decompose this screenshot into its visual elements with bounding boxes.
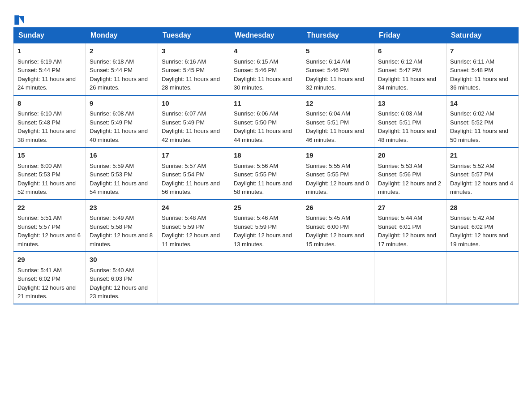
sunrise-text: Sunrise: 6:15 AM <box>234 58 278 65</box>
daylight-text: Daylight: 12 hours and 6 minutes. <box>17 232 81 248</box>
sunrise-text: Sunrise: 5:59 AM <box>90 163 134 169</box>
day-header-friday: Friday <box>374 28 446 43</box>
day-number: 11 <box>234 98 298 109</box>
calendar-cell: 25Sunrise: 5:46 AMSunset: 5:59 PMDayligh… <box>230 200 302 252</box>
sunrise-text: Sunrise: 6:08 AM <box>90 110 134 117</box>
sunset-text: Sunset: 6:00 PM <box>306 223 349 230</box>
sunset-text: Sunset: 5:57 PM <box>17 223 60 230</box>
calendar-cell: 29Sunrise: 5:41 AMSunset: 6:02 PMDayligh… <box>14 252 86 304</box>
sunrise-text: Sunrise: 6:07 AM <box>162 110 206 117</box>
daylight-text: Daylight: 11 hours and 40 minutes. <box>90 128 148 143</box>
daylight-text: Daylight: 11 hours and 58 minutes. <box>234 180 292 196</box>
daylight-text: Daylight: 11 hours and 46 minutes. <box>306 128 364 143</box>
calendar-cell: 17Sunrise: 5:57 AMSunset: 5:54 PMDayligh… <box>158 147 230 200</box>
sunset-text: Sunset: 5:44 PM <box>17 67 60 73</box>
sunrise-text: Sunrise: 6:03 AM <box>378 110 422 117</box>
daylight-text: Daylight: 12 hours and 19 minutes. <box>450 232 508 248</box>
daylight-text: Daylight: 11 hours and 32 minutes. <box>306 76 364 91</box>
sunset-text: Sunset: 5:58 PM <box>90 223 133 230</box>
sunrise-text: Sunrise: 6:19 AM <box>17 58 62 65</box>
daylight-text: Daylight: 11 hours and 48 minutes. <box>378 128 436 143</box>
calendar-cell: 9Sunrise: 6:08 AMSunset: 5:49 PMDaylight… <box>86 95 158 148</box>
day-number: 5 <box>306 46 370 56</box>
sunset-text: Sunset: 5:59 PM <box>234 223 277 230</box>
calendar-cell: 10Sunrise: 6:07 AMSunset: 5:49 PMDayligh… <box>158 95 230 148</box>
day-number: 7 <box>450 46 515 56</box>
sunset-text: Sunset: 5:46 PM <box>306 67 349 73</box>
sunset-text: Sunset: 5:54 PM <box>162 171 205 178</box>
sunset-text: Sunset: 5:50 PM <box>234 119 277 126</box>
sunrise-text: Sunrise: 6:02 AM <box>450 110 494 117</box>
calendar-cell <box>302 252 374 304</box>
sunset-text: Sunset: 6:02 PM <box>450 223 493 230</box>
header-area: ▮ <box>13 9 519 23</box>
sunset-text: Sunset: 5:51 PM <box>378 119 421 126</box>
daylight-text: Daylight: 12 hours and 21 minutes. <box>17 284 76 300</box>
day-number: 25 <box>234 203 298 213</box>
daylight-text: Daylight: 11 hours and 30 minutes. <box>234 76 292 91</box>
daylight-text: Daylight: 12 hours and 2 minutes. <box>378 180 441 196</box>
day-header-tuesday: Tuesday <box>158 28 230 43</box>
sunrise-text: Sunrise: 6:12 AM <box>378 58 422 65</box>
daylight-text: Daylight: 12 hours and 23 minutes. <box>90 284 148 300</box>
day-number: 12 <box>306 98 370 109</box>
calendar-cell: 5Sunrise: 6:14 AMSunset: 5:46 PMDaylight… <box>302 43 374 95</box>
calendar-cell: 14Sunrise: 6:02 AMSunset: 5:52 PMDayligh… <box>446 95 519 148</box>
day-number: 3 <box>162 46 226 56</box>
sunrise-text: Sunrise: 5:48 AM <box>162 214 206 221</box>
calendar-cell: 28Sunrise: 5:42 AMSunset: 6:02 PMDayligh… <box>446 200 519 252</box>
calendar-cell: 1Sunrise: 6:19 AMSunset: 5:44 PMDaylight… <box>14 43 86 95</box>
day-number: 2 <box>90 46 154 56</box>
day-number: 29 <box>17 255 82 265</box>
sunrise-text: Sunrise: 5:46 AM <box>234 214 278 221</box>
daylight-text: Daylight: 12 hours and 0 minutes. <box>306 180 369 196</box>
calendar-cell: 6Sunrise: 6:12 AMSunset: 5:47 PMDaylight… <box>374 43 446 95</box>
day-header-saturday: Saturday <box>446 28 519 43</box>
calendar-cell: 8Sunrise: 6:10 AMSunset: 5:48 PMDaylight… <box>14 95 86 148</box>
daylight-text: Daylight: 11 hours and 38 minutes. <box>17 128 76 143</box>
daylight-text: Daylight: 12 hours and 8 minutes. <box>90 232 153 248</box>
sunset-text: Sunset: 5:49 PM <box>90 119 133 126</box>
calendar-cell: 4Sunrise: 6:15 AMSunset: 5:46 PMDaylight… <box>230 43 302 95</box>
calendar-week-row: 22Sunrise: 5:51 AMSunset: 5:57 PMDayligh… <box>14 200 519 252</box>
day-header-sunday: Sunday <box>14 28 86 43</box>
calendar-week-row: 8Sunrise: 6:10 AMSunset: 5:48 PMDaylight… <box>14 95 519 148</box>
calendar-cell: 3Sunrise: 6:16 AMSunset: 5:45 PMDaylight… <box>158 43 230 95</box>
sunrise-text: Sunrise: 5:45 AM <box>306 214 350 221</box>
sunset-text: Sunset: 5:56 PM <box>378 171 421 178</box>
daylight-text: Daylight: 12 hours and 15 minutes. <box>306 232 364 248</box>
day-number: 23 <box>90 203 154 213</box>
sunrise-text: Sunrise: 5:44 AM <box>378 214 422 221</box>
daylight-text: Daylight: 12 hours and 17 minutes. <box>378 232 436 248</box>
daylight-text: Daylight: 11 hours and 26 minutes. <box>90 76 148 91</box>
sunrise-text: Sunrise: 5:53 AM <box>378 163 422 169</box>
daylight-text: Daylight: 11 hours and 50 minutes. <box>450 128 508 143</box>
sunrise-text: Sunrise: 6:11 AM <box>450 58 494 65</box>
daylight-text: Daylight: 11 hours and 24 minutes. <box>17 76 76 91</box>
day-number: 4 <box>234 46 298 56</box>
sunrise-text: Sunrise: 5:56 AM <box>234 163 278 169</box>
sunrise-text: Sunrise: 5:55 AM <box>306 163 350 169</box>
day-number: 17 <box>162 150 226 161</box>
sunset-text: Sunset: 5:59 PM <box>162 223 205 230</box>
calendar-cell: 16Sunrise: 5:59 AMSunset: 5:53 PMDayligh… <box>86 147 158 200</box>
calendar-cell: 24Sunrise: 5:48 AMSunset: 5:59 PMDayligh… <box>158 200 230 252</box>
calendar-cell: 12Sunrise: 6:04 AMSunset: 5:51 PMDayligh… <box>302 95 374 148</box>
calendar-week-row: 1Sunrise: 6:19 AMSunset: 5:44 PMDaylight… <box>14 43 519 95</box>
sunrise-text: Sunrise: 5:49 AM <box>90 214 134 221</box>
sunset-text: Sunset: 5:55 PM <box>306 171 349 178</box>
day-number: 18 <box>234 150 298 161</box>
day-number: 15 <box>17 150 82 161</box>
day-number: 20 <box>378 150 442 161</box>
day-number: 9 <box>90 98 154 109</box>
calendar-cell <box>374 252 446 304</box>
day-header-wednesday: Wednesday <box>230 28 302 43</box>
calendar-week-row: 29Sunrise: 5:41 AMSunset: 6:02 PMDayligh… <box>14 252 519 304</box>
sunset-text: Sunset: 5:48 PM <box>450 67 493 73</box>
daylight-text: Daylight: 11 hours and 28 minutes. <box>162 76 220 91</box>
sunrise-text: Sunrise: 6:10 AM <box>17 110 62 117</box>
calendar-cell: 22Sunrise: 5:51 AMSunset: 5:57 PMDayligh… <box>14 200 86 252</box>
sunset-text: Sunset: 6:03 PM <box>90 275 133 282</box>
day-header-monday: Monday <box>86 28 158 43</box>
sunrise-text: Sunrise: 5:41 AM <box>17 267 62 274</box>
